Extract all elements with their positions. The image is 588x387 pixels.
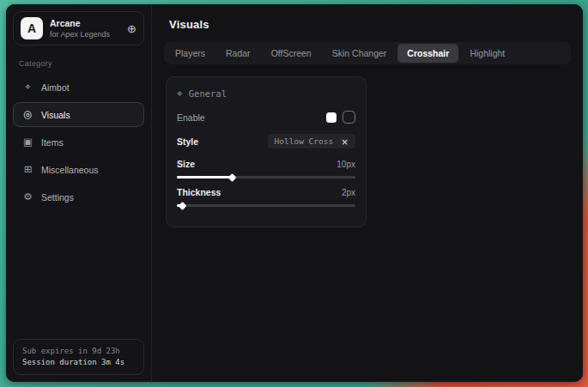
tab-crosshair[interactable]: Crosshair [397, 44, 458, 63]
sidebar: A Arcane for Apex Legends ⊕ Category ⌖Ai… [6, 4, 152, 382]
panel-header: ⌖ General [177, 88, 355, 100]
size-slider-thumb[interactable] [228, 173, 237, 182]
thickness-row: Thickness 2px [177, 187, 355, 207]
sidebar-item-items[interactable]: ▣Items [13, 130, 144, 154]
thickness-slider-fill [177, 204, 182, 207]
sidebar-item-label: Miscellaneous [41, 165, 99, 175]
thickness-label: Thickness [177, 187, 221, 197]
size-slider[interactable] [177, 176, 355, 178]
style-label: Style [177, 136, 198, 147]
target-icon: ⊕ [127, 23, 136, 34]
sidebar-item-aimbot[interactable]: ⌖Aimbot [13, 75, 144, 100]
enable-row: Enable [177, 111, 355, 124]
size-row-header: Size 10px [177, 159, 355, 169]
size-label: Size [177, 159, 195, 169]
sidebar-spacer [13, 209, 144, 339]
sidebar-item-label: Settings [41, 192, 74, 203]
brand-name: Arcane [50, 18, 120, 29]
enable-label: Enable [177, 112, 205, 123]
sidebar-nav: ⌖Aimbot◎Visuals▣Items⊞Miscellaneous⚙Sett… [13, 75, 144, 209]
size-value: 10px [336, 160, 355, 169]
box-icon: ▣ [22, 136, 33, 148]
category-label: Category [19, 59, 144, 68]
main-content: Visuals PlayersRadarOffScreenSkin Change… [152, 4, 583, 382]
style-value: Hollow Cross [275, 136, 334, 146]
cheat-menu-window: A Arcane for Apex Legends ⊕ Category ⌖Ai… [6, 4, 583, 382]
tab-skin-changer[interactable]: Skin Changer [323, 44, 397, 63]
subscription-card: Sub expires in 9d 23h Session duration 3… [13, 339, 144, 375]
sidebar-item-label: Items [41, 137, 64, 148]
tab-highlight[interactable]: Highlight [460, 44, 514, 63]
general-panel: ⌖ General Enable Style Hollow Cross × [166, 76, 367, 227]
sub-expires-text: Sub expires in 9d 23h [22, 346, 135, 357]
brand-subtitle: for Apex Legends [50, 29, 120, 39]
tab-bar: PlayersRadarOffScreenSkin ChangerCrossha… [164, 42, 571, 64]
style-row: Style Hollow Cross × [177, 134, 355, 148]
brand-text: Arcane for Apex Legends [50, 18, 120, 39]
style-select[interactable]: Hollow Cross × [268, 134, 355, 148]
page-title: Visuals [169, 18, 571, 31]
size-slider-fill [177, 176, 232, 178]
panel-title: General [189, 88, 227, 99]
session-duration-text: Session duration 3m 4s [22, 357, 135, 368]
thickness-value: 2px [342, 188, 355, 197]
brand-logo: A [21, 17, 43, 39]
clear-style-icon[interactable]: × [341, 137, 349, 146]
thickness-slider-thumb[interactable] [179, 202, 187, 210]
sidebar-item-miscellaneous[interactable]: ⊞Miscellaneous [13, 157, 144, 182]
general-crosshair-icon: ⌖ [177, 88, 183, 100]
sidebar-item-label: Aimbot [41, 82, 70, 93]
crosshair-icon: ⌖ [22, 82, 33, 93]
color-swatch[interactable] [326, 112, 336, 123]
brand-card: A Arcane for Apex Legends ⊕ [13, 11, 144, 45]
sidebar-item-settings[interactable]: ⚙Settings [13, 184, 144, 209]
size-row: Size 10px [177, 159, 355, 178]
tab-offscreen[interactable]: OffScreen [262, 44, 321, 63]
enable-checkbox[interactable] [342, 111, 355, 124]
tab-players[interactable]: Players [166, 44, 215, 63]
sidebar-item-label: Visuals [41, 110, 70, 120]
scan-eye-icon: ◎ [22, 109, 33, 120]
sidebar-item-visuals[interactable]: ◎Visuals [13, 102, 144, 127]
tab-radar[interactable]: Radar [216, 44, 260, 63]
gear-icon: ⚙ [22, 191, 33, 203]
enable-controls [326, 111, 355, 124]
thickness-row-header: Thickness 2px [177, 187, 355, 197]
thickness-slider[interactable] [177, 204, 355, 207]
grid-icon: ⊞ [22, 164, 33, 175]
